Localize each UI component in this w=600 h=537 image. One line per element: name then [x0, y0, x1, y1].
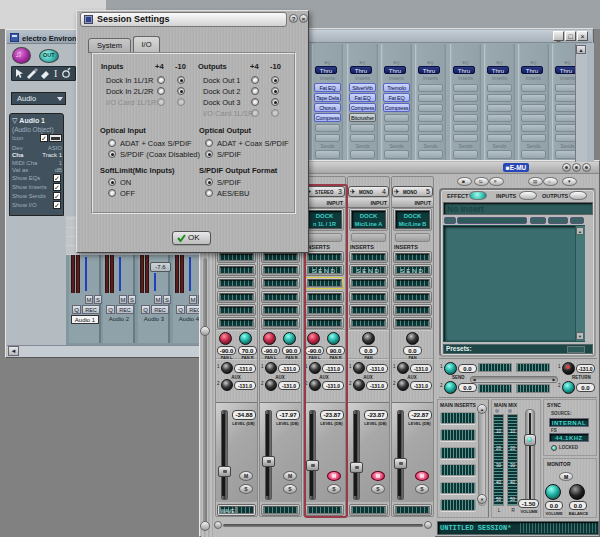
svg-text:I: I — [54, 68, 57, 79]
